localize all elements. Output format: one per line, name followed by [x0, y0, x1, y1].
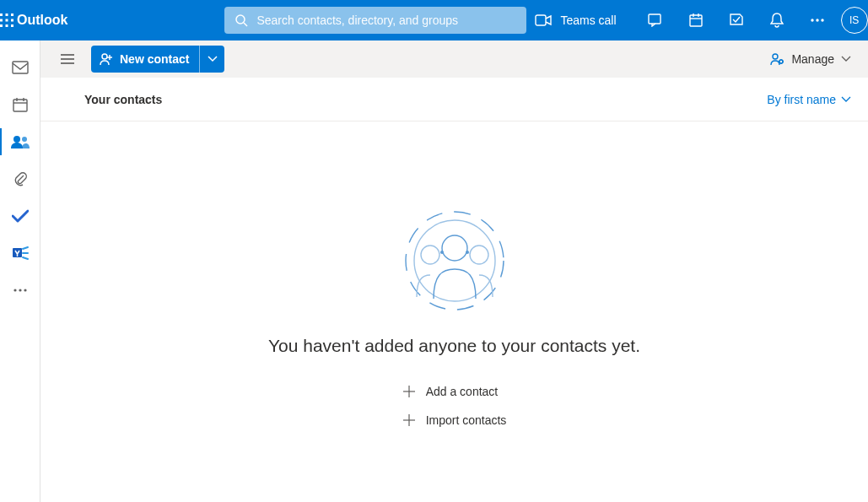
svg-line-10: [244, 23, 247, 26]
svg-rect-6: [0, 24, 3, 27]
svg-rect-3: [0, 19, 3, 22]
svg-point-37: [773, 54, 778, 59]
more-icon: [811, 19, 824, 22]
svg-point-41: [442, 235, 467, 261]
svg-point-43: [470, 246, 488, 264]
calendar-icon: [13, 97, 28, 112]
teams-call-button[interactable]: Teams call: [530, 0, 634, 40]
empty-message: You haven't added anyone to your contact…: [268, 336, 640, 356]
more-icon: [13, 289, 27, 292]
empty-state: You haven't added anyone to your contact…: [40, 121, 868, 502]
gear-person-icon: [769, 51, 784, 67]
more-header-button[interactable]: [797, 0, 838, 40]
search-box[interactable]: [224, 7, 526, 34]
people-icon: [11, 135, 30, 148]
rail-todo[interactable]: [0, 197, 40, 235]
import-contacts-link[interactable]: Import contacts: [402, 413, 507, 427]
new-contact-dropdown[interactable]: [199, 46, 224, 73]
search-icon: [235, 13, 248, 27]
svg-point-17: [811, 19, 813, 21]
planner-icon: [688, 13, 704, 28]
svg-rect-12: [649, 14, 660, 24]
tips-button[interactable]: [716, 0, 757, 40]
add-contact-link[interactable]: Add a contact: [402, 385, 507, 398]
new-contact-label: New contact: [120, 52, 189, 66]
svg-point-44: [440, 251, 444, 254]
meet-now-button[interactable]: [635, 0, 676, 40]
svg-rect-13: [690, 15, 702, 26]
new-contact-button[interactable]: New contact: [91, 46, 199, 73]
empty-actions: Add a contact Import contacts: [402, 385, 507, 427]
chevron-down-icon: [208, 56, 218, 62]
svg-point-28: [13, 289, 16, 291]
svg-point-29: [19, 289, 21, 291]
import-contacts-label: Import contacts: [426, 413, 507, 427]
svg-rect-4: [6, 19, 8, 22]
manage-label: Manage: [791, 52, 834, 66]
rail-calendar[interactable]: [0, 86, 40, 123]
svg-point-34: [102, 54, 107, 59]
svg-rect-7: [6, 24, 8, 27]
new-contact-split-button: New contact: [91, 46, 224, 73]
svg-point-18: [816, 19, 818, 21]
command-bar: New contact Manage: [40, 40, 868, 78]
check-icon: [12, 209, 29, 223]
rail-yammer[interactable]: [0, 235, 40, 272]
manage-button[interactable]: Manage: [766, 51, 855, 67]
svg-rect-1: [6, 13, 8, 16]
tips-icon: [729, 13, 744, 28]
hamburger-icon: [61, 54, 74, 64]
my-day-button[interactable]: [676, 0, 716, 40]
rail-more[interactable]: [0, 272, 40, 309]
video-icon: [535, 14, 552, 26]
avatar-initials: IS: [849, 14, 859, 26]
svg-point-26: [22, 137, 27, 142]
empty-illustration: [400, 206, 509, 316]
attachment-icon: [13, 171, 27, 186]
search-input[interactable]: [256, 13, 518, 27]
search-container: [224, 7, 526, 34]
svg-point-30: [24, 289, 26, 291]
svg-rect-0: [0, 13, 3, 16]
svg-point-25: [13, 136, 20, 143]
teams-call-label: Teams call: [560, 13, 626, 27]
body: New contact Manage: [0, 40, 868, 502]
plus-icon: [402, 385, 416, 398]
chevron-down-icon: [841, 96, 851, 103]
content-header: Your contacts By first name: [40, 78, 868, 121]
rail-files[interactable]: [0, 160, 40, 197]
chat-icon: [648, 13, 663, 27]
main-column: New contact Manage: [40, 40, 868, 502]
account-avatar[interactable]: IS: [841, 7, 868, 34]
rail-people[interactable]: [0, 123, 40, 160]
suite-header: Outlook Teams call: [0, 0, 868, 40]
svg-rect-11: [536, 15, 546, 25]
svg-point-19: [821, 19, 823, 21]
chevron-down-icon: [841, 56, 851, 62]
add-contact-icon: [100, 52, 113, 66]
add-contact-label: Add a contact: [426, 385, 499, 398]
mail-icon: [12, 61, 29, 74]
module-rail: [0, 40, 40, 502]
notifications-button[interactable]: [757, 0, 797, 40]
header-actions: Teams call IS: [530, 0, 868, 40]
svg-rect-20: [13, 62, 28, 73]
app-name: Outlook: [13, 13, 86, 28]
svg-point-42: [421, 246, 439, 264]
svg-point-9: [236, 15, 245, 24]
plus-icon: [402, 413, 416, 427]
waffle-icon: [0, 13, 13, 27]
sort-label: By first name: [767, 93, 836, 106]
svg-point-45: [466, 251, 469, 254]
page-title: Your contacts: [84, 93, 162, 106]
app-launcher-button[interactable]: [0, 0, 13, 40]
nav-toggle-button[interactable]: [54, 46, 81, 73]
yammer-icon: [12, 245, 29, 262]
svg-rect-21: [13, 100, 27, 111]
rail-mail[interactable]: [0, 49, 40, 86]
bell-icon: [770, 13, 784, 28]
sort-button[interactable]: By first name: [767, 93, 851, 106]
